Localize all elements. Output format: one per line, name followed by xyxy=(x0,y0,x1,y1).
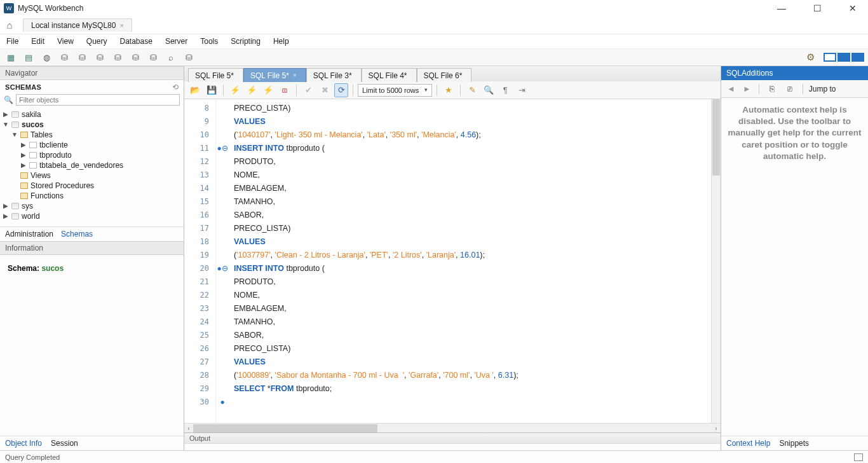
execute-icon[interactable]: ⚡ xyxy=(228,83,242,97)
filter-objects-input[interactable] xyxy=(16,94,180,106)
output-header[interactable]: Output xyxy=(184,432,721,444)
sql-tab-3[interactable]: SQL File 4* xyxy=(362,68,417,82)
information-body: Schema: sucos xyxy=(0,255,184,282)
menu-database[interactable]: Database xyxy=(120,37,153,46)
tree-tbproduto[interactable]: tbproduto xyxy=(39,150,72,160)
window-titlebar: W MySQL Workbench — ☐ ✕ xyxy=(0,0,868,17)
favorites-icon[interactable]: ★ xyxy=(442,83,456,97)
scroll-left-icon[interactable]: ‹ xyxy=(184,425,193,432)
sql-additions-panel: SQLAdditions ◄ ► ⎘ ⎚ Jump to Automatic c… xyxy=(721,66,868,450)
settings-icon[interactable]: ⚙ xyxy=(806,52,815,63)
status-bar: Query Completed xyxy=(0,450,868,463)
tree-views[interactable]: Views xyxy=(31,170,51,181)
refresh-icon[interactable]: ⟲ xyxy=(172,83,179,92)
wrap-icon[interactable]: ¶ xyxy=(498,83,512,97)
find-icon[interactable]: 🔍 xyxy=(482,83,496,97)
open-sql-icon[interactable]: ▤ xyxy=(22,50,36,64)
rollback-icon[interactable]: ✖ xyxy=(318,83,332,97)
sql-additions-body: Automatic context help is disabled. Use … xyxy=(721,98,868,436)
window-controls: — ☐ ✕ xyxy=(770,3,864,13)
beautify-icon[interactable]: ✎ xyxy=(465,83,479,97)
tree-sp[interactable]: Stored Procedures xyxy=(31,181,94,191)
sql-tab-4[interactable]: SQL File 6* xyxy=(417,68,472,82)
horizontal-scrollbar[interactable]: ‹ › xyxy=(184,423,721,432)
status-text: Query Completed xyxy=(5,453,60,461)
menu-query[interactable]: Query xyxy=(86,37,107,46)
help-pos-icon[interactable]: ⎘ xyxy=(765,82,779,96)
menu-file[interactable]: File xyxy=(6,37,18,46)
tab-schemas[interactable]: Schemas xyxy=(61,230,93,238)
tool-icon-11[interactable]: ⛁ xyxy=(182,50,196,64)
information-header: Information xyxy=(0,241,184,255)
sql-tab-bar: SQL File 5* SQL File 5*× SQL File 3* SQL… xyxy=(184,66,721,81)
toggle-bottom-panel[interactable] xyxy=(837,53,850,62)
tab-object-info[interactable]: Object Info xyxy=(5,439,42,448)
menu-view[interactable]: View xyxy=(57,37,74,46)
autocommit-icon[interactable]: ⟳ xyxy=(334,83,348,97)
tree-func[interactable]: Functions xyxy=(31,191,64,201)
menu-edit[interactable]: Edit xyxy=(31,37,44,46)
tool-icon-8[interactable]: ⛁ xyxy=(128,50,142,64)
tool-icon-6[interactable]: ⛁ xyxy=(93,50,107,64)
sql-additions-header: SQLAdditions xyxy=(721,66,868,80)
sql-tab-0[interactable]: SQL File 5* xyxy=(188,68,243,82)
fold-marks[interactable]: ●⊖ ●⊖ ● xyxy=(216,99,229,423)
tool-icon-5[interactable]: ⛁ xyxy=(75,50,89,64)
output-body xyxy=(184,444,721,450)
tool-icon-4[interactable]: ⛁ xyxy=(57,50,71,64)
close-icon[interactable]: × xyxy=(293,72,297,79)
tab-session[interactable]: Session xyxy=(51,439,78,448)
tree-sys[interactable]: sys xyxy=(22,201,33,211)
maximize-button[interactable]: ☐ xyxy=(806,3,829,13)
tree-tables[interactable]: Tables xyxy=(31,130,53,140)
close-icon[interactable]: × xyxy=(119,22,123,29)
schema-tree[interactable]: ▶sakila ▼sucos ▼Tables ▶tbcliente ▶tbpro… xyxy=(0,108,184,226)
sql-editor[interactable]: 8910111213141516171819202122232425262728… xyxy=(184,99,721,423)
tool-icon-7[interactable]: ⛁ xyxy=(111,50,125,64)
toggle-right-panel[interactable] xyxy=(851,53,864,62)
code-area[interactable]: PRECO_LISTA)VALUES('1040107', 'Light- 35… xyxy=(229,99,711,423)
nav-fwd-icon[interactable]: ► xyxy=(741,84,753,93)
vertical-scrollbar[interactable] xyxy=(711,99,721,423)
auto-help-icon[interactable]: ⎚ xyxy=(783,82,797,96)
status-indicator-icon xyxy=(854,453,863,461)
minimize-button[interactable]: — xyxy=(770,3,793,13)
scroll-right-icon[interactable]: › xyxy=(712,425,721,432)
connection-tab-label: Local instance MySQL80 xyxy=(31,21,116,30)
tree-world[interactable]: world xyxy=(22,211,40,221)
menu-help[interactable]: Help xyxy=(273,37,289,46)
menu-scripting[interactable]: Scripting xyxy=(231,37,261,46)
home-icon[interactable]: ⌂ xyxy=(0,20,19,31)
tool-icon-10[interactable]: ⌕ xyxy=(164,50,178,64)
tree-sakila[interactable]: sakila xyxy=(22,109,41,120)
commit-icon[interactable]: ✔ xyxy=(301,83,315,97)
explain-icon[interactable]: ⚡ xyxy=(261,83,275,97)
tool-icon-9[interactable]: ⛁ xyxy=(146,50,160,64)
schema-label: Schema: xyxy=(8,264,39,273)
search-icon: 🔍 xyxy=(4,95,13,104)
close-button[interactable]: ✕ xyxy=(841,3,864,13)
jump-to-label[interactable]: Jump to xyxy=(809,85,836,93)
sql-tab-1[interactable]: SQL File 5*× xyxy=(243,68,306,82)
stop-icon[interactable]: ⦻ xyxy=(278,83,292,97)
tree-sucos[interactable]: sucos xyxy=(22,120,44,130)
tab-context-help[interactable]: Context Help xyxy=(726,439,770,448)
menu-tools[interactable]: Tools xyxy=(200,37,218,46)
toggle-left-panel[interactable] xyxy=(824,53,836,62)
execute-cursor-icon[interactable]: ⚡ xyxy=(245,83,259,97)
sql-toolbar: 📂 💾 ⚡ ⚡ ⚡ ⦻ ✔ ✖ ⟳ Limit to 5000 rows ★ ✎… xyxy=(184,81,721,99)
nav-back-icon[interactable]: ◄ xyxy=(725,84,737,93)
tab-administration[interactable]: Administration xyxy=(5,230,53,238)
save-icon[interactable]: 💾 xyxy=(205,83,219,97)
tool-icon-3[interactable]: ◍ xyxy=(39,50,53,64)
tree-tbcliente[interactable]: tbcliente xyxy=(39,140,68,150)
menu-server[interactable]: Server xyxy=(165,37,187,46)
tree-tbtabela[interactable]: tbtabela_de_vendedores xyxy=(39,160,123,170)
open-file-icon[interactable]: 📂 xyxy=(188,83,202,97)
connection-tab[interactable]: Local instance MySQL80 × xyxy=(23,18,132,32)
sql-tab-2[interactable]: SQL File 3* xyxy=(306,68,362,82)
invisible-icon[interactable]: ⇥ xyxy=(515,83,529,97)
row-limit-select[interactable]: Limit to 5000 rows xyxy=(358,84,432,97)
new-sql-tab-icon[interactable]: ▦ xyxy=(4,50,18,64)
tab-snippets[interactable]: Snippets xyxy=(779,439,809,448)
